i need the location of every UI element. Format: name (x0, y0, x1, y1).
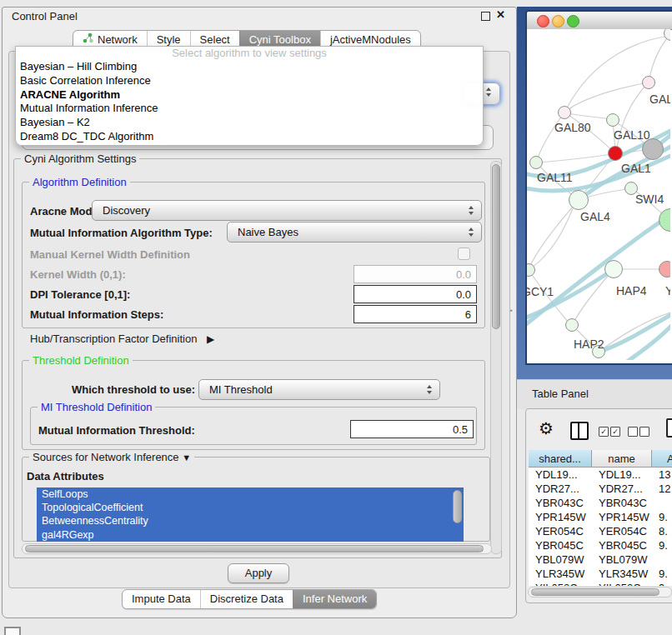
algorithm-option[interactable]: Bayesian – K2 (16, 116, 483, 130)
data-attribute-item[interactable]: gal4RGexp (37, 528, 464, 542)
algorithm-option[interactable]: Dream8 DC_TDC Algorithm (16, 130, 483, 144)
network-node[interactable] (606, 113, 619, 127)
algorithm-option[interactable]: Basic Correlation Inference (16, 74, 483, 88)
data-attribute-item[interactable]: BetweennessCentrality (37, 514, 464, 528)
table-cell[interactable]: 12 (652, 482, 672, 496)
algorithm-option[interactable]: Mutual Information Inference (16, 102, 483, 116)
table-cell[interactable]: YDL19... (529, 468, 592, 482)
mi-threshold-field[interactable]: 0.5 (350, 420, 474, 438)
network-node[interactable] (558, 106, 571, 119)
settings-scrollbar-thumb[interactable] (492, 164, 500, 329)
table-row[interactable]: YIL052CYIL052C9. (529, 581, 672, 586)
aracne-mode-combobox[interactable]: Discovery (92, 200, 482, 221)
table-cell[interactable]: YBL079W (592, 552, 652, 567)
data-attribute-item[interactable]: SelfLoops (37, 488, 464, 501)
document-icon[interactable] (666, 418, 672, 438)
table-cell[interactable]: YER054C (529, 524, 592, 538)
which-threshold-combobox[interactable]: MI Threshold (198, 379, 440, 400)
mi-steps-field[interactable]: 6 (354, 305, 477, 323)
split-columns-icon[interactable] (570, 422, 589, 440)
table-row[interactable]: YLR345WYLR345W9. (529, 567, 672, 581)
table-row[interactable]: YBR045CYBR045C9. (529, 538, 672, 552)
data-attributes-list[interactable]: SelfLoopsTopologicalCoefficientBetweenne… (37, 488, 464, 542)
mi-type-combobox[interactable]: Naive Bayes (227, 222, 482, 242)
tab-infer-network[interactable]: Infer Network (293, 590, 376, 608)
network-node[interactable] (604, 260, 623, 278)
table-cell[interactable]: YBR043C (529, 496, 592, 510)
table-cell[interactable]: 9. (652, 510, 672, 524)
apply-button[interactable]: Apply (228, 563, 289, 583)
network-node[interactable] (642, 76, 655, 89)
table-row[interactable]: YDR27...YDR27...12 (529, 482, 672, 496)
table-cell[interactable]: YIL052C (592, 581, 652, 586)
dpi-tolerance-field[interactable]: 0.0 (354, 285, 477, 303)
checked-checkbox-icon[interactable]: ✓ (599, 427, 609, 437)
settings-hscrollbar-thumb[interactable] (25, 545, 484, 552)
node-table[interactable]: shared...nameA YDL19...YDL19...13YDR27..… (529, 450, 672, 586)
unchecked-checkbox-icon[interactable] (639, 427, 649, 437)
network-node[interactable] (608, 146, 623, 161)
algorithm-option[interactable]: Bayesian – Hill Climbing (16, 60, 483, 74)
table-cell[interactable]: YBL079W (529, 552, 592, 567)
table-column-header[interactable]: A (652, 450, 672, 468)
table-cell[interactable]: 9. (652, 538, 672, 552)
algorithm-option[interactable]: ARACNE Algorithm (16, 88, 483, 102)
kernel-width-field[interactable]: 0.0 (354, 265, 477, 283)
data-attribute-item[interactable]: TopologicalCoefficient (37, 501, 464, 514)
network-canvas[interactable]: GAL7GAL80GAL10GAL1GAL11GAL4SWI4GCY1HAP4Y… (527, 29, 670, 360)
float-window-icon[interactable] (481, 12, 490, 21)
table-cell[interactable]: YPR145W (592, 510, 652, 524)
table-cell[interactable]: 13 (652, 468, 672, 482)
tab-label: Discretize Data (210, 590, 283, 608)
sources-collapse-toggle[interactable]: Sources for Network Inference ▼ (29, 451, 194, 463)
aracne-mode-value: Discovery (93, 204, 469, 217)
table-hscrollbar[interactable] (528, 587, 672, 598)
table-hscrollbar-thumb[interactable] (531, 588, 659, 596)
close-icon[interactable]: ✕ (496, 8, 505, 21)
table-row[interactable]: YDL19...YDL19...13 (529, 468, 672, 482)
network-node[interactable] (569, 190, 589, 210)
table-column-header[interactable]: shared... (529, 450, 592, 468)
table-cell[interactable]: YDR27... (592, 482, 652, 496)
tab-impute-data[interactable]: Impute Data (123, 590, 200, 608)
hub-definition-expander[interactable]: Hub/Transcription Factor Definition ▶ (30, 332, 214, 345)
table-cell[interactable]: YDL19... (592, 468, 652, 482)
checked-checkbox-icon[interactable]: ✓ (610, 427, 620, 437)
network-window-titlebar[interactable] (527, 12, 672, 30)
table-row[interactable]: YBL079WYBL079W (529, 552, 672, 567)
zoom-traffic-light-icon[interactable] (567, 15, 579, 28)
table-cell[interactable]: YLR345W (592, 567, 652, 581)
table-row[interactable]: YPR145WYPR145W9. (529, 510, 672, 524)
unchecked-checkbox-icon[interactable] (628, 427, 638, 437)
settings-hscrollbar[interactable] (22, 543, 492, 554)
table-cell[interactable]: YBR045C (529, 538, 592, 552)
table-row[interactable]: YER054CYER054C8. (529, 524, 672, 538)
table-cell[interactable]: YIL052C (529, 581, 592, 586)
settings-scrollbar[interactable] (490, 161, 502, 554)
table-cell[interactable]: 8. (652, 524, 672, 538)
table-cell[interactable]: 9. (652, 567, 672, 581)
tab-discretize-data[interactable]: Discretize Data (200, 590, 293, 608)
table-cell[interactable]: YDR27... (529, 482, 592, 496)
table-cell[interactable]: YPR145W (529, 510, 592, 524)
table-column-header[interactable]: name (592, 450, 652, 468)
minimize-traffic-light-icon[interactable] (552, 15, 564, 28)
algorithm-dropdown-list: Select algorithm to view settings Bayesi… (15, 46, 484, 146)
minimized-panel-icon[interactable] (4, 627, 21, 635)
table-cell[interactable]: YER054C (592, 524, 652, 538)
network-node[interactable] (565, 318, 579, 332)
network-node[interactable] (659, 261, 670, 278)
splitpane-divider-handle[interactable]: ▪ (510, 307, 516, 314)
gear-icon[interactable]: ⚙ (539, 420, 554, 437)
table-row[interactable]: YBR043CYBR043C (529, 496, 672, 510)
network-node[interactable] (529, 156, 543, 169)
close-traffic-light-icon[interactable] (537, 15, 549, 28)
manual-kernel-checkbox[interactable] (458, 248, 470, 260)
table-cell[interactable] (652, 552, 672, 567)
table-cell[interactable]: YBR043C (592, 496, 652, 510)
table-cell[interactable]: 9. (652, 581, 672, 586)
table-cell[interactable]: YLR345W (529, 567, 592, 581)
table-cell[interactable]: YBR045C (592, 538, 652, 552)
table-cell[interactable] (652, 496, 672, 510)
list-scrollbar-thumb[interactable] (453, 490, 462, 523)
